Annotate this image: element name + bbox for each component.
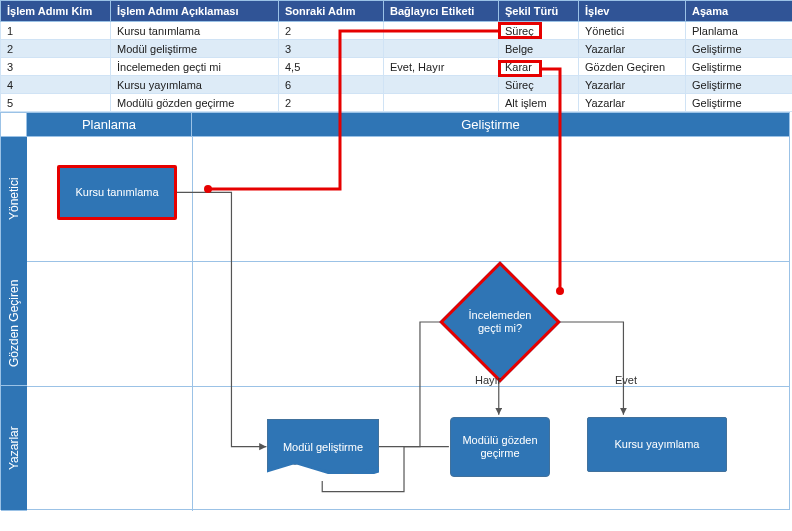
shape-modulu-gozden[interactable]: Modülü gözden geçirme bbox=[450, 417, 550, 477]
document-label: Modül geliştirme bbox=[283, 441, 363, 453]
cell-shape[interactable]: Süreç bbox=[499, 22, 579, 40]
phase-corner bbox=[1, 113, 27, 137]
phase-development[interactable]: Geliştirme bbox=[192, 113, 789, 137]
cell-stage[interactable]: Geliştirme bbox=[686, 58, 793, 76]
table-row[interactable]: 4Kursu yayımlama6SüreçYazarlarGeliştirme bbox=[1, 76, 793, 94]
lane-label-manager[interactable]: Yönetici bbox=[1, 137, 27, 261]
table-header-row: İşlem Adımı Kim İşlem Adımı Açıklaması S… bbox=[1, 1, 793, 22]
cell-next[interactable]: 4,5 bbox=[279, 58, 384, 76]
cell-stage[interactable]: Geliştirme bbox=[686, 76, 793, 94]
cell-connector[interactable] bbox=[384, 76, 499, 94]
table-row[interactable]: 1Kursu tanımlama2SüreçYöneticiPlanlama bbox=[1, 22, 793, 40]
cell-stage[interactable]: Geliştirme bbox=[686, 94, 793, 112]
edge-label-hayir: Hayır bbox=[475, 374, 501, 386]
th-connector-label[interactable]: Bağlayıcı Etiketi bbox=[384, 1, 499, 22]
cell-connector[interactable] bbox=[384, 22, 499, 40]
th-step-desc[interactable]: İşlem Adımı Açıklaması bbox=[111, 1, 279, 22]
shape-kursu-yayim[interactable]: Kursu yayımlama bbox=[587, 417, 727, 472]
lane-reviewer bbox=[27, 261, 789, 386]
th-next-step[interactable]: Sonraki Adım bbox=[279, 1, 384, 22]
cell-next[interactable]: 3 bbox=[279, 40, 384, 58]
cell-func[interactable]: Yazarlar bbox=[579, 94, 686, 112]
cell-id[interactable]: 2 bbox=[1, 40, 111, 58]
table-row[interactable]: 3İncelemeden geçti mi4,5Evet, HayırKarar… bbox=[1, 58, 793, 76]
table-row[interactable]: 5Modülü gözden geçirme2Alt işlemYazarlar… bbox=[1, 94, 793, 112]
cell-func[interactable]: Yönetici bbox=[579, 22, 686, 40]
th-stage[interactable]: Aşama bbox=[686, 1, 793, 22]
cell-desc[interactable]: Modül geliştirme bbox=[111, 40, 279, 58]
cell-id[interactable]: 1 bbox=[1, 22, 111, 40]
cell-desc[interactable]: İncelemeden geçti mi bbox=[111, 58, 279, 76]
cell-shape[interactable]: Belge bbox=[499, 40, 579, 58]
lane-label-reviewer[interactable]: Gözden Geçiren bbox=[1, 261, 27, 386]
cell-connector[interactable]: Evet, Hayır bbox=[384, 58, 499, 76]
shape-kursu-tanimla[interactable]: Kursu tanımlama bbox=[57, 165, 177, 220]
cell-func[interactable]: Yazarlar bbox=[579, 76, 686, 94]
cell-id[interactable]: 4 bbox=[1, 76, 111, 94]
table-row[interactable]: 2Modül geliştirme3BelgeYazarlarGeliştirm… bbox=[1, 40, 793, 58]
diamond-label: İncelemeden geçti mi? bbox=[457, 279, 543, 365]
cell-desc[interactable]: Kursu yayımlama bbox=[111, 76, 279, 94]
cell-shape[interactable]: Alt işlem bbox=[499, 94, 579, 112]
th-step-id[interactable]: İşlem Adımı Kim bbox=[1, 1, 111, 22]
cell-next[interactable]: 2 bbox=[279, 94, 384, 112]
cell-desc[interactable]: Modülü gözden geçirme bbox=[111, 94, 279, 112]
cell-next[interactable]: 6 bbox=[279, 76, 384, 94]
phase-planning[interactable]: Planlama bbox=[27, 113, 192, 137]
cell-stage[interactable]: Planlama bbox=[686, 22, 793, 40]
cell-id[interactable]: 5 bbox=[1, 94, 111, 112]
process-table: İşlem Adımı Kim İşlem Adımı Açıklaması S… bbox=[0, 0, 792, 112]
shape-modul-gelistirme[interactable]: Modül geliştirme bbox=[267, 419, 379, 474]
edge-label-evet: Evet bbox=[615, 374, 637, 386]
cell-id[interactable]: 3 bbox=[1, 58, 111, 76]
phase-header-row: Planlama Geliştirme bbox=[1, 113, 789, 137]
cell-shape[interactable]: Süreç bbox=[499, 76, 579, 94]
lane-label-authors[interactable]: Yazarlar bbox=[1, 386, 27, 511]
cell-func[interactable]: Gözden Geçiren bbox=[579, 58, 686, 76]
cell-shape[interactable]: Karar bbox=[499, 58, 579, 76]
cell-desc[interactable]: Kursu tanımlama bbox=[111, 22, 279, 40]
cell-stage[interactable]: Geliştirme bbox=[686, 40, 793, 58]
swimlane-chart: Planlama Geliştirme Yönetici Gözden Geçi… bbox=[0, 112, 790, 510]
cell-connector[interactable] bbox=[384, 94, 499, 112]
th-function[interactable]: İşlev bbox=[579, 1, 686, 22]
cell-func[interactable]: Yazarlar bbox=[579, 40, 686, 58]
shape-karar-diamond[interactable]: İncelemeden geçti mi? bbox=[457, 279, 543, 365]
cell-connector[interactable] bbox=[384, 40, 499, 58]
th-shape-type[interactable]: Şekil Türü bbox=[499, 1, 579, 22]
cell-next[interactable]: 2 bbox=[279, 22, 384, 40]
